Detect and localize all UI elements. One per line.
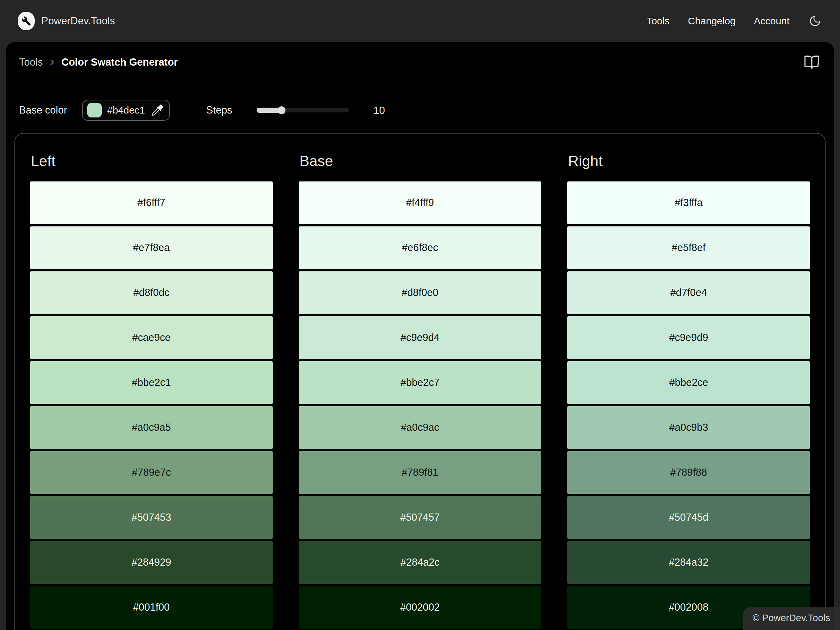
swatch[interactable]: #789f81 xyxy=(299,451,542,494)
nav-link-changelog[interactable]: Changelog xyxy=(688,16,735,27)
swatch[interactable]: #a0c9a5 xyxy=(30,406,273,449)
swatch[interactable]: #50745d xyxy=(567,496,810,539)
swatch[interactable]: #d8f0dc xyxy=(30,272,273,314)
swatch[interactable]: #d7f0e4 xyxy=(567,272,810,314)
swatch-list: #f3fffa#e5f8ef#d7f0e4#c9e9d9#bbe2ce#a0c9… xyxy=(567,182,810,629)
swatch[interactable]: #c9e9d9 xyxy=(567,316,810,359)
nav-link-tools[interactable]: Tools xyxy=(646,16,669,27)
swatch[interactable]: #f4fff9 xyxy=(299,182,542,224)
swatch[interactable]: #002002 xyxy=(299,586,542,629)
top-nav: PowerDev.Tools Tools Changelog Account xyxy=(0,0,840,42)
swatch-list: #f6fff7#e7f8ea#d8f0dc#cae9ce#bbe2c1#a0c9… xyxy=(30,182,273,629)
swatch[interactable]: #bbe2ce xyxy=(567,361,810,404)
column-title: Base xyxy=(300,153,542,170)
brand-name: PowerDev.Tools xyxy=(41,15,115,27)
swatch[interactable]: #f6fff7 xyxy=(30,182,273,224)
swatch[interactable]: #001f00 xyxy=(30,586,273,629)
breadcrumb-tools-link[interactable]: Tools xyxy=(19,57,43,68)
moon-icon[interactable] xyxy=(808,14,822,28)
book-open-icon[interactable] xyxy=(802,53,821,71)
content-card: Tools › Color Swatch Generator Base colo… xyxy=(6,42,834,630)
page-title: Color Swatch Generator xyxy=(62,57,178,68)
swatch[interactable]: #284a2c xyxy=(299,541,542,584)
swatch[interactable]: #c9e9d4 xyxy=(299,316,542,359)
swatch-column-base: Base#f4fff9#e6f8ec#d8f0e0#c9e9d4#bbe2c7#… xyxy=(299,150,542,629)
chevron-right-icon: › xyxy=(50,55,54,68)
base-color-label: Base color xyxy=(19,104,67,116)
column-title: Right xyxy=(568,153,810,170)
swatch[interactable]: #789f88 xyxy=(567,451,810,494)
swatch[interactable]: #e6f8ec xyxy=(299,226,542,269)
swatch-column-left: Left#f6fff7#e7f8ea#d8f0dc#cae9ce#bbe2c1#… xyxy=(30,150,273,629)
swatch[interactable]: #f3fffa xyxy=(567,182,810,224)
slider-thumb[interactable] xyxy=(278,106,286,114)
swatch-list: #f4fff9#e6f8ec#d8f0e0#c9e9d4#bbe2c7#a0c9… xyxy=(299,182,542,629)
swatch-column-right: Right#f3fffa#e5f8ef#d7f0e4#c9e9d9#bbe2ce… xyxy=(567,150,810,629)
breadcrumb: Tools › Color Swatch Generator xyxy=(6,42,834,83)
swatch[interactable]: #e5f8ef xyxy=(567,226,810,269)
eyedropper-icon[interactable] xyxy=(152,104,163,116)
swatch[interactable]: #a0c9b3 xyxy=(567,406,810,449)
swatch[interactable]: #d8f0e0 xyxy=(299,272,542,314)
base-color-value: #b4dec1 xyxy=(107,105,152,116)
swatch[interactable]: #bbe2c1 xyxy=(30,361,273,404)
nav-links: Tools Changelog Account xyxy=(646,14,822,28)
swatch[interactable]: #284a32 xyxy=(567,541,810,584)
steps-value: 10 xyxy=(373,104,385,117)
nav-link-account[interactable]: Account xyxy=(754,16,789,27)
controls-row: Base color #b4dec1 Steps 10 xyxy=(6,83,834,123)
wrench-logo-icon xyxy=(18,12,35,30)
swatch[interactable]: #284929 xyxy=(30,541,273,584)
steps-label: Steps xyxy=(206,104,232,116)
column-title: Left xyxy=(31,153,273,170)
swatch[interactable]: #507457 xyxy=(299,496,542,539)
steps-slider[interactable] xyxy=(257,103,349,118)
swatch[interactable]: #bbe2c7 xyxy=(299,361,542,404)
swatch[interactable]: #e7f8ea xyxy=(30,226,273,269)
color-chip xyxy=(87,103,102,117)
swatch[interactable]: #789e7c xyxy=(30,451,273,494)
brand[interactable]: PowerDev.Tools xyxy=(18,12,115,30)
swatch-panel: Left#f6fff7#e7f8ea#d8f0dc#cae9ce#bbe2c1#… xyxy=(14,133,826,630)
swatch[interactable]: #507453 xyxy=(30,496,273,539)
swatch[interactable]: #a0c9ac xyxy=(299,406,542,449)
swatch[interactable]: #cae9ce xyxy=(30,316,273,359)
footer-copyright: © PowerDev.Tools xyxy=(743,607,840,630)
base-color-input[interactable]: #b4dec1 xyxy=(82,100,170,121)
swatch-grid: Left#f6fff7#e7f8ea#d8f0dc#cae9ce#bbe2c1#… xyxy=(30,150,810,629)
